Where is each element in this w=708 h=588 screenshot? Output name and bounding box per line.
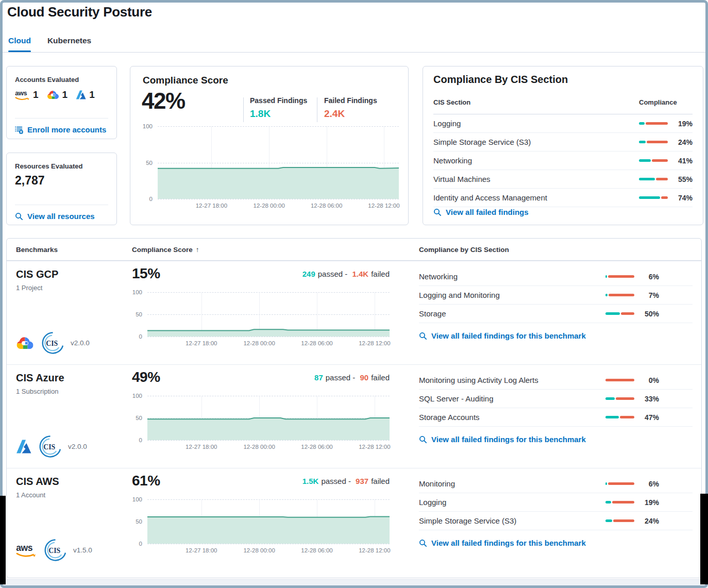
compliance-bar [605, 312, 634, 315]
section-name: Virtual Machines [433, 175, 639, 183]
benchmark-logos: v2.0.0 [16, 331, 90, 355]
failed-bar-segment [656, 178, 668, 180]
cis-azure-trend-chart: 10050012-27 18:0012-28 00:0012-28 06:001… [128, 396, 390, 452]
benchmark-row-cis-azure: CIS Azure 1 Subscription v2.0.0 49% 87pa… [7, 364, 701, 468]
failed-bar-segment [605, 379, 634, 381]
section-name: Simple Storage Service (S3) [419, 516, 605, 525]
benchmark-score-cell: 15% 249passed - 1.4Kfailed 10050012-27 1… [132, 261, 390, 364]
screenshot-artifact-right [700, 494, 708, 584]
passed-bar-segment [639, 178, 655, 180]
search-icon [15, 212, 23, 221]
passed-count: 1.5K [302, 477, 319, 485]
passed-text: passed - [321, 477, 351, 485]
compliance-percent: 41% [668, 157, 693, 165]
compliance-bar [605, 482, 634, 485]
section-name: Monitoring [419, 479, 605, 488]
section-name: Storage Accounts [419, 413, 605, 422]
cis-section-mini-table: Monitoring using Activity Log Alerts0%SQ… [419, 371, 693, 427]
tab-kubernetes[interactable]: Kubernetes [47, 36, 91, 52]
benchmark-logos: v1.5.0 [16, 539, 92, 562]
compliance-score-column-header[interactable]: Compliance Score↑ [132, 246, 199, 254]
compliance-percent: 24% [634, 517, 659, 525]
benchmarks-column-header: Benchmarks [16, 246, 58, 254]
compliance-percent: 6% [634, 273, 659, 281]
compliance-percent: 19% [634, 498, 659, 507]
azure-account-count: 1 [76, 89, 95, 100]
chart-plot-area [147, 396, 390, 440]
enroll-more-accounts-link[interactable]: Enroll more accounts [15, 125, 106, 134]
passed-failed-summary: 249passed - 1.4Kfailed [302, 270, 390, 278]
view-failed-findings-benchmark-link[interactable]: View all failed findings for this benchm… [419, 435, 693, 444]
benchmark-name: CIS AWS [16, 476, 127, 488]
failed-text: failed [371, 270, 390, 278]
view-failed-findings-benchmark-link[interactable]: View all failed findings for this benchm… [419, 331, 693, 340]
compliance-bar [605, 416, 634, 418]
search-icon [433, 208, 442, 216]
benchmark-sections-cell: Monitoring using Activity Log Alerts0%SQ… [419, 365, 693, 468]
compliance-bar [639, 178, 668, 180]
section-name: Storage [419, 309, 605, 318]
benchmark-subtitle: 1 Project [16, 284, 127, 292]
passed-bar-segment [639, 196, 660, 199]
section-name: Identity and Access Management [433, 193, 639, 202]
sort-ascending-icon: ↑ [196, 246, 199, 254]
chart-plot-area [158, 126, 399, 199]
tabs-divider [0, 52, 708, 53]
section-name: Networking [433, 156, 639, 165]
section-name: Networking [419, 272, 605, 281]
compliance-by-cis-section-title: Compliance By CIS Section [433, 74, 568, 86]
compliance-percent: 24% [668, 138, 693, 146]
compliance-percent: 19% [668, 120, 693, 128]
view-all-resources-link[interactable]: View all resources [15, 212, 95, 221]
benchmark-info: CIS AWS 1 Account v1.5.0 [16, 468, 127, 572]
benchmarks-table: Benchmarks Compliance Score↑ Compliance … [6, 238, 702, 578]
benchmark-info: CIS GCP 1 Project v2.0.0 [16, 261, 127, 364]
resources-evaluated-title: Resources Evaluated [15, 162, 83, 170]
page-title: Cloud Security Posture [7, 4, 152, 20]
tab-cloud[interactable]: Cloud [8, 36, 31, 52]
compliance-bar [605, 519, 634, 522]
passed-bar-segment [605, 397, 615, 400]
benchmark-row-cis-gcp: CIS GCP 1 Project v2.0.0 15% 249passed -… [7, 261, 701, 364]
compliance-by-cis-section-card: Compliance By CIS Section CIS Section Co… [423, 66, 703, 225]
cis-section-row: Storage50% [419, 305, 693, 323]
failed-findings-value: 2.4K [324, 108, 377, 120]
cis-logo-icon [41, 331, 64, 355]
chart-y-axis: 100500 [128, 292, 147, 337]
compliance-bar [639, 141, 668, 143]
passed-bar-segment [639, 159, 651, 162]
cis-aws-trend-chart: 10050012-27 18:0012-28 00:0012-28 06:001… [128, 499, 390, 556]
cis-section-row: Logging19% [433, 114, 693, 133]
compliance-bar [605, 397, 634, 400]
failed-count: 937 [356, 477, 368, 485]
section-name: Simple Storage Service (S3) [433, 138, 639, 146]
view-failed-findings-benchmark-link[interactable]: View all failed findings for this benchm… [419, 539, 693, 547]
section-name: Monitoring using Activity Log Alerts [419, 376, 605, 384]
cis-section-row: Identity and Access Management74% [433, 189, 693, 207]
failed-bar-segment [652, 159, 668, 162]
compliance-bar [605, 501, 634, 503]
azure-count-value: 1 [89, 89, 95, 100]
view-all-failed-findings-label: View all failed findings [446, 208, 529, 216]
failed-bar-segment [609, 294, 634, 296]
chart-y-axis: 100500 [139, 126, 158, 199]
compliance-bar [605, 379, 634, 381]
compliance-percent: 6% [634, 480, 659, 488]
benchmark-info: CIS Azure 1 Subscription v2.0.0 [16, 365, 127, 468]
accounts-evaluated-card: Accounts Evaluated 1 1 1 Enroll more acc… [6, 66, 117, 139]
compliance-bar [605, 294, 634, 296]
benchmark-name: CIS Azure [16, 372, 127, 384]
passed-bar-segment [605, 519, 612, 522]
passed-bar-segment [605, 416, 619, 418]
chart-y-axis: 100500 [128, 396, 147, 440]
passed-findings-label: Passed Findings [250, 96, 307, 105]
chart-plot-area [147, 292, 390, 337]
resources-evaluated-card: Resources Evaluated 2,787 View all resou… [6, 153, 117, 225]
cis-section-row: Logging19% [419, 493, 693, 512]
passed-findings-stat: Passed Findings 1.8K [250, 96, 307, 120]
failed-text: failed [371, 373, 390, 382]
passed-bar-segment [605, 501, 611, 503]
chart-x-axis: 12-27 18:0012-28 00:0012-28 06:0012-28 1… [147, 440, 390, 452]
view-all-failed-findings-link[interactable]: View all failed findings [433, 208, 529, 216]
azure-logo-icon [16, 440, 31, 453]
